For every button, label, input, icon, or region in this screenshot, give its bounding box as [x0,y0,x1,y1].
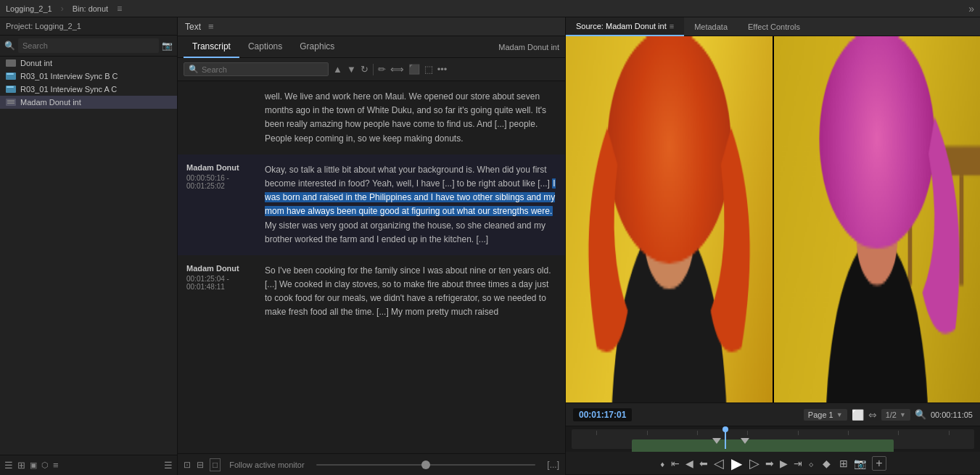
layout-btn[interactable]: ⊡ [184,460,191,470]
file-item-donut-int[interactable]: Donut int [0,57,177,70]
extract-btn[interactable]: ⬡ [41,460,49,470]
tab-transcript[interactable]: Transcript [184,36,239,58]
sort-btn[interactable]: ≡ [53,460,59,471]
step-fwd-btn[interactable]: ▶ [780,458,788,469]
timeline-scrubber[interactable] [566,426,980,452]
file-list: Donut int R03_01 Interview Sync B C R03_… [0,57,177,455]
add-marker-btn[interactable]: ◆ [823,458,831,469]
fraction-dropdown: ▼ [899,411,906,418]
video-area [566,36,980,402]
follow-slider-track [316,464,536,466]
right-panel: Source: Madam Donut int ≡ Metadata Effec… [566,17,980,475]
top-bar-divider: › [61,4,64,14]
duration-display: 00:00:11:05 [931,410,973,419]
export-frame-btn[interactable]: 📷 [854,458,866,469]
transcript-block-0: well. We live and work here on Maui. We … [178,81,565,154]
camera-icon[interactable]: 📷 [162,41,173,51]
menu-btn-left[interactable]: ☰ [164,460,173,471]
expand-icon[interactable]: » [968,3,974,15]
list-view-icon[interactable]: ☰ [4,460,13,471]
add-btn[interactable]: + [872,456,886,471]
transcript-search-input[interactable] [202,65,324,74]
checkbox-btn[interactable]: □ [210,458,221,471]
text-panel-title: Text [185,22,201,32]
transcript-left-1: Madam Donut 00:00:50:16 - 00:01:25:02 [178,154,265,255]
expand-timeline-btn[interactable]: ⇔ [868,409,877,421]
file-item-r03-b[interactable]: R03_01 Interview Sync B C [0,70,177,83]
go-to-in-btn[interactable]: ⬅ [699,458,708,469]
more-btn[interactable]: ••• [437,64,448,75]
add-to-seq-btn[interactable]: ⊞ [839,458,848,469]
source-tab-menu[interactable]: ≡ [670,22,674,30]
timeline-controls: 00:01:17:01 Page 1 ▼ ⬜ ⇔ 1/2 ▼ 🔍 00:00:1… [566,403,980,426]
play-btn[interactable]: ▶ [731,455,742,472]
speaker-1: Madam Donut [186,163,259,172]
timeline-clip [632,439,894,452]
search-bar: 🔍 📷 [0,36,177,57]
sync-btn[interactable]: ↻ [361,64,368,75]
page-dropdown-icon: ▼ [836,411,843,418]
left-panel: Project: Logging_2_1 🔍 📷 Donut int R03_0… [0,17,178,475]
transcript-bracket-btn[interactable]: [...] [547,460,559,470]
playback-controls: ⬧ ⇤ ◀ ⬅ ◁ ▶ ▷ ➡ ▶ ⇥ ⬦ ◆ ⊞ 📷 + [566,452,980,475]
transcript-content: well. We live and work here on Maui. We … [178,81,565,453]
tab-source[interactable]: Source: Madam Donut int ≡ [566,17,684,36]
transcript-block-1: Madam Donut 00:00:50:16 - 00:01:25:02 Ok… [178,154,565,255]
tab-captions[interactable]: Captions [239,36,291,58]
project-header: Project: Logging_2_1 [0,17,177,36]
storyboard-btn[interactable]: ▣ [30,460,37,470]
follow-slider-thumb[interactable] [421,460,430,469]
seq-icon [6,99,16,106]
page-selector[interactable]: Page 1 ▼ [804,409,847,421]
caption-export-btn[interactable]: ⬚ [424,64,433,75]
scrub-ticks [572,429,974,437]
right-top-tabs: Source: Madam Donut int ≡ Metadata Effec… [566,17,980,36]
mark-out-btn[interactable]: ⬦ [808,458,814,469]
left-bottom-toolbar: ☰ ⊞ ▣ ⬡ ≡ ☰ [0,455,177,475]
tab-metadata[interactable]: Metadata [684,17,738,36]
play-forward-btn[interactable]: ▷ [749,455,759,471]
play-reverse-btn[interactable]: ◁ [714,455,724,471]
tab-effect-controls[interactable]: Effect Controls [738,17,810,36]
file-label-r03b: R03_01 Interview Sync B C [20,72,118,80]
search-input[interactable] [18,38,159,53]
out-marker [741,438,749,444]
icon-view-btn[interactable]: ⊞ [17,460,25,471]
bin-menu-icon[interactable]: ≡ [117,4,122,14]
export-btn[interactable]: ⬛ [408,64,420,75]
prev-edit-btn[interactable]: ⇤ [671,458,680,469]
playhead[interactable] [725,429,726,449]
search-icon: 🔍 [4,41,15,51]
style-btn[interactable]: ⟺ [390,64,404,75]
scrub-track-bg [572,429,974,449]
project-header-label: Project: Logging_2_1 [6,22,81,30]
transcript-para-2: So I've been cooking for the family sinc… [265,264,556,320]
text-panel-titlebar: Text ≡ [178,17,565,36]
tabs-bar: Transcript Captions Graphics Madam Donut… [178,36,565,58]
speaker-2: Madam Donut [186,264,259,273]
edit-transcript-btn[interactable]: ✏ [378,64,386,75]
file-item-madam-donut[interactable]: Madam Donut int [0,96,177,109]
video-preview-source [566,36,774,402]
step-back-btn[interactable]: ◀ [685,458,693,469]
fraction-display[interactable]: 1/2 ▼ [881,409,910,421]
text-panel-menu[interactable]: ≡ [208,21,214,32]
slider-container [310,464,542,466]
file-item-r03-a[interactable]: R03_01 Interview Sync A C [0,83,177,96]
transcript-para-0: well. We live and work here on Maui. We … [265,90,556,146]
zoom-icon[interactable]: 🔍 [915,409,926,420]
sequence-label: Madam Donut int [498,43,559,51]
next-edit-btn[interactable]: ⇥ [794,458,802,469]
transcript-text-0: well. We live and work here on Maui. We … [265,81,565,154]
mark-in-btn[interactable]: ⬧ [659,458,665,469]
vid-canvas-1 [566,36,773,402]
fit-btn[interactable]: ⬜ [852,409,864,421]
follow-active-label: Follow active monitor [229,460,304,469]
prev-result-btn[interactable]: ▲ [333,64,342,75]
current-time-display[interactable]: 00:01:17:01 [573,408,632,421]
split-btn[interactable]: ⊟ [197,460,204,470]
tab-graphics[interactable]: Graphics [291,36,343,58]
next-result-btn[interactable]: ▼ [347,64,356,75]
text-panel: Text ≡ Transcript Captions Graphics Mada… [178,17,566,475]
go-to-out-btn[interactable]: ➡ [765,458,774,469]
